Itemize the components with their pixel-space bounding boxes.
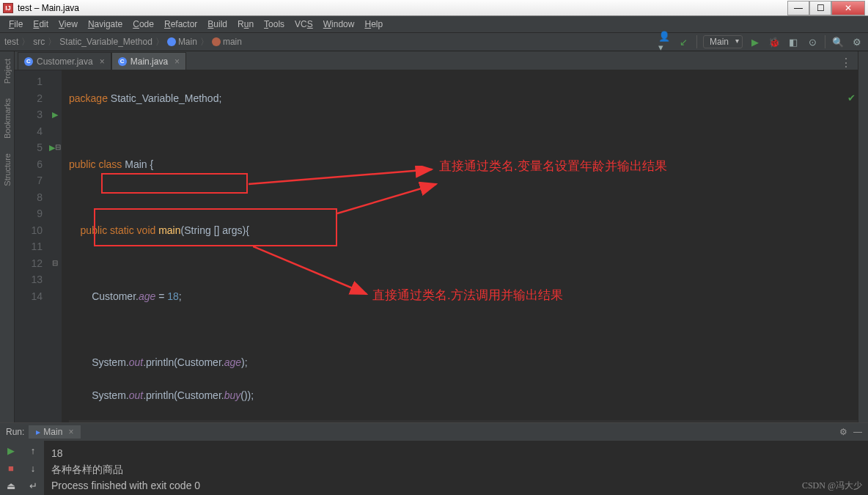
bc-method[interactable]: main: [212, 37, 242, 47]
bc-sep: 〉: [155, 36, 164, 48]
run-toolbar-left2: ↑ ↓ ↵ 🖶: [22, 441, 44, 495]
bc-class[interactable]: Main: [167, 37, 197, 47]
fold-icon[interactable]: ⊟: [55, 139, 61, 156]
code-editor[interactable]: package Static_Variable_Method; public c…: [62, 70, 858, 422]
debug-button[interactable]: 🐞: [768, 35, 781, 48]
tab-main[interactable]: C Main.java ×: [111, 52, 186, 70]
close-button[interactable]: ✕: [831, 1, 865, 15]
menu-build[interactable]: Build: [203, 18, 232, 31]
vcs-update-icon[interactable]: ↙: [677, 35, 691, 48]
run-config-icon: ▸: [36, 427, 40, 437]
run-label: Run:: [6, 427, 24, 437]
down-button[interactable]: ↓: [26, 461, 40, 474]
menu-run[interactable]: Run: [233, 18, 258, 31]
up-button[interactable]: ↑: [26, 444, 40, 457]
left-tool-stripe: Project Bookmarks Structure: [0, 51, 15, 422]
rerun-button[interactable]: ▶: [4, 444, 18, 457]
menu-refactor[interactable]: Refactor: [160, 18, 202, 31]
class-icon: C: [24, 57, 33, 66]
run-tab[interactable]: ▸ Main ×: [29, 425, 81, 439]
tab-menu-icon[interactable]: ⋮: [834, 56, 858, 70]
app-icon: IJ: [3, 3, 13, 13]
left-tab-bookmarks[interactable]: Bookmarks: [3, 98, 12, 139]
bc-src[interactable]: src: [33, 37, 45, 47]
annotation-text-2: 直接通过类名.方法调用并输出结果: [372, 287, 563, 304]
nav-bar: test 〉 src 〉 Static_Variable_Method 〉 Ma…: [0, 32, 868, 51]
watermark: CSDN @冯大少: [802, 480, 862, 492]
menu-code[interactable]: Code: [128, 18, 158, 31]
gear-icon[interactable]: ⚙: [839, 427, 847, 437]
user-icon[interactable]: 👤▾: [658, 35, 672, 48]
hide-icon[interactable]: —: [853, 427, 862, 437]
close-icon[interactable]: ×: [174, 56, 180, 67]
exit-button[interactable]: ⏏: [4, 479, 18, 492]
wrap-button[interactable]: ↵: [26, 479, 40, 492]
stop-button[interactable]: ■: [4, 461, 18, 474]
run-panel-header: Run: ▸ Main × ⚙ —: [0, 423, 868, 441]
fold-icon[interactable]: ⊟: [52, 255, 58, 272]
gutter-icons: ▶ ▶⊟ ⊟: [48, 70, 62, 422]
run-panel: Run: ▸ Main × ⚙ — ▶ ■ ⏏ ▦ ↑ ↓ ↵ 🖶 18 各种各…: [0, 422, 868, 495]
menu-vcs[interactable]: VCS: [290, 18, 317, 31]
run-toolbar-left: ▶ ■ ⏏ ▦: [0, 441, 22, 495]
menu-view[interactable]: View: [54, 18, 82, 31]
bc-sep: 〉: [21, 36, 30, 48]
minimize-button[interactable]: —: [787, 1, 809, 15]
method-icon: [212, 37, 221, 46]
line-numbers: 1234567891011121314: [15, 70, 48, 422]
window-titlebar: IJ test – Main.java — ☐ ✕: [0, 0, 868, 16]
window-title: test – Main.java: [18, 3, 787, 13]
search-icon[interactable]: 🔍: [831, 35, 845, 48]
inspection-ok-icon[interactable]: ✔: [847, 92, 856, 103]
bc-sep: 〉: [48, 36, 56, 48]
run-gutter-icon[interactable]: ▶: [52, 106, 58, 123]
close-icon[interactable]: ×: [100, 56, 105, 67]
tab-label: Customer.java: [37, 56, 93, 67]
menu-window[interactable]: Window: [319, 18, 359, 31]
separator: [825, 35, 825, 48]
editor-tabs: C Customer.java × C Main.java × ⋮: [15, 51, 858, 70]
tab-customer[interactable]: C Customer.java ×: [18, 52, 111, 70]
left-tab-project[interactable]: Project: [3, 59, 12, 84]
profile-button[interactable]: ⊙: [806, 35, 819, 48]
run-button[interactable]: ▶: [749, 35, 762, 48]
class-icon: [167, 37, 176, 46]
menu-navigate[interactable]: Navigate: [84, 18, 127, 31]
settings-icon[interactable]: ⚙: [850, 35, 864, 48]
console-output[interactable]: 18 各种各样的商品 Process finished with exit co…: [44, 441, 868, 495]
maximize-button[interactable]: ☐: [809, 1, 831, 15]
tab-label: Main.java: [130, 56, 168, 67]
class-icon: C: [118, 57, 127, 66]
separator: [696, 35, 697, 48]
annotation-text-1: 直接通过类名.变量名设置年龄并输出结果: [439, 158, 667, 175]
menu-bar: File Edit View Navigate Code Refactor Bu…: [0, 16, 868, 32]
editor-area: C Customer.java × C Main.java × ⋮ 123456…: [15, 51, 858, 422]
close-icon[interactable]: ×: [68, 427, 73, 437]
bc-pkg[interactable]: Static_Variable_Method: [59, 37, 152, 47]
menu-help[interactable]: Help: [360, 18, 387, 31]
run-config-select[interactable]: Main: [703, 35, 743, 48]
run-gutter-icon[interactable]: ▶: [49, 139, 55, 156]
right-tool-stripe: [858, 51, 868, 422]
breadcrumb: test 〉 src 〉 Static_Variable_Method 〉 Ma…: [4, 36, 242, 48]
menu-file[interactable]: File: [4, 18, 27, 31]
bc-sep: 〉: [200, 36, 209, 48]
left-tab-structure[interactable]: Structure: [3, 153, 12, 186]
bc-test[interactable]: test: [4, 37, 18, 47]
coverage-button[interactable]: ◧: [787, 35, 800, 48]
menu-tools[interactable]: Tools: [260, 18, 289, 31]
menu-edit[interactable]: Edit: [29, 18, 53, 31]
